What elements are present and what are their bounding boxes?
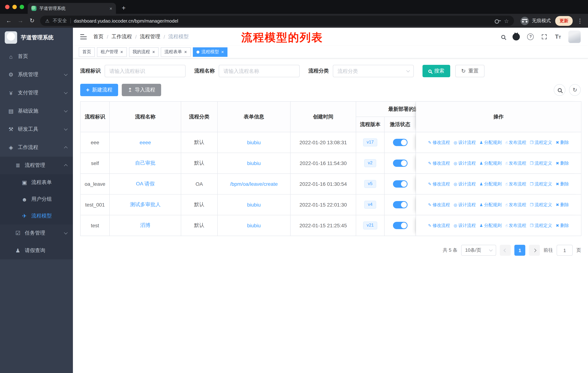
sidebar-item-leave-query[interactable]: ♟请假查询 (0, 242, 73, 259)
breadcrumb-process-management[interactable]: 流程管理 (140, 33, 160, 40)
delete-link[interactable]: ✖删除 (556, 160, 569, 166)
browser-update-button[interactable]: 更新 (555, 16, 573, 26)
goto-page-input[interactable] (557, 245, 573, 256)
tag-home[interactable]: 首页 (79, 47, 95, 57)
assign-rule-link[interactable]: ♟分配规则 (479, 222, 502, 229)
process-name-link[interactable]: 自己审批 (135, 160, 156, 166)
assign-rule-link[interactable]: ♟分配规则 (479, 160, 502, 166)
breadcrumb-workflow[interactable]: 工作流程 (112, 33, 132, 40)
tag-process-model[interactable]: 流程模型× (193, 47, 228, 57)
user-avatar[interactable] (568, 30, 581, 43)
modify-process-link[interactable]: ✎修改流程 (428, 181, 450, 187)
process-name-link[interactable]: 测试多审批人 (130, 202, 161, 207)
process-key-input[interactable] (105, 65, 186, 77)
prev-page-button[interactable] (500, 245, 511, 256)
sidebar-item-payment[interactable]: ¥支付管理 (0, 84, 73, 102)
process-definition-link[interactable]: ❐流程定义 (530, 160, 552, 166)
bookmark-star-icon[interactable]: ☆ (504, 18, 509, 23)
active-toggle[interactable] (393, 201, 407, 208)
process-name-link[interactable]: eeee (140, 140, 151, 145)
sidebar-item-task-management[interactable]: ☑任务管理 (0, 224, 73, 242)
design-process-link[interactable]: ◎设计流程 (454, 222, 476, 229)
assign-rule-link[interactable]: ♟分配规则 (479, 140, 502, 146)
address-bar[interactable]: ⚠ 不安全 dashboard.yudao.iocoder.cn/bpm/man… (40, 16, 514, 26)
form-link[interactable]: biubiu (247, 160, 261, 166)
process-name-input[interactable] (219, 65, 300, 77)
close-icon[interactable]: × (120, 50, 123, 54)
current-page-button[interactable]: 1 (514, 245, 525, 256)
search-button[interactable]: 搜索 (422, 65, 450, 77)
password-key-icon[interactable] (494, 19, 501, 23)
delete-link[interactable]: ✖删除 (556, 202, 569, 208)
assign-rule-link[interactable]: ♟分配规则 (479, 181, 502, 187)
new-tab-button[interactable]: + (122, 5, 126, 11)
delete-link[interactable]: ✖删除 (556, 181, 569, 187)
sidebar-item-devtools[interactable]: ⚒研发工具 (0, 120, 73, 138)
tag-tenant-management[interactable]: 租户管理× (97, 47, 127, 57)
process-definition-link[interactable]: ❐流程定义 (530, 202, 552, 208)
close-icon[interactable]: × (184, 50, 187, 54)
sidebar-item-process-model[interactable]: ✈流程模型 (0, 208, 73, 224)
publish-process-link[interactable]: ☝发布流程 (505, 222, 526, 229)
process-category-select-input[interactable] (333, 65, 414, 77)
next-page-button[interactable] (529, 245, 540, 256)
publish-process-link[interactable]: ☝发布流程 (505, 181, 526, 187)
refresh-table-button[interactable] (569, 84, 581, 96)
form-link[interactable]: biubiu (247, 222, 261, 228)
reload-icon[interactable]: ↻ (28, 18, 36, 24)
assign-rule-link[interactable]: ♟分配规则 (479, 202, 502, 208)
active-toggle[interactable] (393, 139, 407, 146)
fullscreen-icon[interactable] (541, 33, 548, 40)
toggle-search-button[interactable] (554, 84, 565, 96)
sidebar-item-home[interactable]: ⌂首页 (0, 47, 73, 66)
process-definition-link[interactable]: ❐流程定义 (530, 140, 552, 146)
publish-process-link[interactable]: ☝发布流程 (505, 140, 526, 146)
process-definition-link[interactable]: ❐流程定义 (530, 222, 552, 229)
active-toggle[interactable] (393, 160, 407, 167)
tag-process-form[interactable]: 流程表单× (161, 47, 190, 57)
modify-process-link[interactable]: ✎修改流程 (428, 202, 450, 208)
design-process-link[interactable]: ◎设计流程 (454, 202, 476, 208)
close-window-button[interactable] (5, 5, 10, 9)
sidebar-item-infrastructure[interactable]: ▤基础设施 (0, 102, 73, 120)
design-process-link[interactable]: ◎设计流程 (454, 160, 476, 166)
modify-process-link[interactable]: ✎修改流程 (428, 160, 450, 166)
delete-link[interactable]: ✖删除 (556, 222, 569, 229)
modify-process-link[interactable]: ✎修改流程 (428, 222, 450, 229)
form-link[interactable]: biubiu (247, 140, 261, 145)
sidebar-item-process-form[interactable]: ▣流程表单 (0, 174, 73, 191)
forward-icon[interactable]: → (17, 18, 24, 24)
design-process-link[interactable]: ◎设计流程 (454, 181, 476, 187)
tag-my-process[interactable]: 我的流程× (129, 47, 158, 57)
process-category-select[interactable] (333, 65, 414, 77)
active-toggle[interactable] (393, 180, 407, 188)
github-icon[interactable] (513, 33, 520, 40)
minimize-window-button[interactable] (12, 5, 17, 9)
form-link[interactable]: /bpm/oa/leave/create (230, 181, 278, 187)
reset-button[interactable]: 重置 (455, 65, 484, 77)
process-name-link[interactable]: 滔博 (140, 222, 150, 228)
modify-process-link[interactable]: ✎修改流程 (428, 140, 450, 146)
sidebar-item-user-group[interactable]: ☻用户分组 (0, 191, 73, 208)
font-size-icon[interactable] (555, 33, 561, 40)
sidebar-item-system[interactable]: ⚙系统管理 (0, 66, 73, 84)
sidebar-item-workflow[interactable]: ◈工作流程 (0, 138, 73, 157)
active-toggle[interactable] (393, 222, 407, 229)
delete-link[interactable]: ✖删除 (556, 140, 569, 146)
search-icon[interactable] (501, 35, 505, 39)
back-icon[interactable]: ← (5, 18, 12, 24)
close-icon[interactable]: × (221, 50, 224, 54)
sidebar-item-process-management[interactable]: ≣流程管理 (0, 157, 73, 174)
publish-process-link[interactable]: ☝发布流程 (505, 160, 526, 166)
process-definition-link[interactable]: ❐流程定义 (530, 181, 552, 187)
tab-close-icon[interactable]: × (110, 6, 112, 11)
form-link[interactable]: biubiu (247, 202, 261, 208)
close-icon[interactable]: × (152, 50, 155, 54)
publish-process-link[interactable]: ☝发布流程 (505, 202, 526, 208)
breadcrumb-home[interactable]: 首页 (93, 33, 104, 40)
browser-menu-icon[interactable]: ⋮ (577, 17, 583, 24)
zoom-window-button[interactable] (20, 5, 24, 9)
hamburger-icon[interactable] (80, 34, 87, 39)
create-process-button[interactable]: 新建流程 (80, 84, 118, 96)
browser-tab[interactable]: 芋道管理系统 × (28, 3, 116, 14)
